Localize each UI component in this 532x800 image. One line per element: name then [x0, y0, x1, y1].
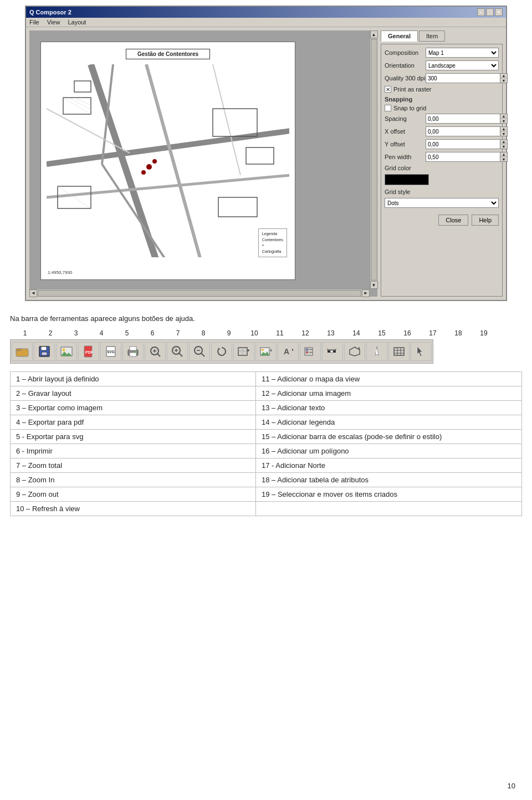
toolbar-icon-6[interactable]: [122, 342, 144, 361]
orientation-select[interactable]: Landscape Portrait: [426, 60, 499, 70]
yoffset-input[interactable]: [426, 139, 500, 149]
toolbar-icon-16[interactable]: [344, 342, 365, 361]
toolbar-icon-2[interactable]: [34, 342, 55, 361]
window-title: Q Composor 2: [29, 9, 71, 16]
toolbar-icon-1[interactable]: [12, 342, 33, 361]
scroll-thumb-h[interactable]: [38, 290, 361, 297]
print-raster-checkbox[interactable]: ✕: [385, 86, 391, 93]
gridstyle-label: Grid style: [385, 188, 423, 195]
composition-select[interactable]: Map 1: [426, 48, 499, 58]
scroll-left-button[interactable]: ◄: [29, 289, 37, 297]
close-button[interactable]: ×: [495, 8, 503, 16]
snap-grid-checkbox[interactable]: [385, 105, 391, 111]
minimize-button[interactable]: –: [477, 8, 485, 16]
penwidth-input[interactable]: [426, 152, 500, 162]
toolbar-icon-5[interactable]: SVG: [100, 342, 121, 361]
toolbar-icon-14[interactable]: [300, 342, 321, 361]
table-row: 1 – Abrir layout já definido11 – Adicion…: [11, 372, 522, 386]
quality-label: Quality 300 dpi: [385, 75, 423, 81]
toolbar-icon-3[interactable]: [56, 342, 77, 361]
toolbar-section: 1 2 3 4 5 6 7 8 9 10 11 12 13 14 15 16 1…: [0, 326, 532, 367]
toolbar-icon-8[interactable]: [167, 342, 188, 361]
scroll-right-button[interactable]: ►: [362, 289, 370, 297]
close-button[interactable]: Close: [438, 215, 468, 226]
toolbar-icon-10[interactable]: [211, 342, 232, 361]
composer-window: Q Composor 2 – □ × File View Layout Gest…: [25, 6, 507, 301]
quality-input[interactable]: [426, 73, 500, 83]
quality-increment[interactable]: ▲: [500, 74, 507, 78]
table-cell-left: 2 – Gravar layout: [11, 386, 256, 401]
xoffset-decrement[interactable]: ▼: [500, 131, 507, 136]
scroll-down-button[interactable]: ▼: [370, 281, 378, 289]
canvas-area: Gestão de Contentores N: [29, 30, 377, 297]
svg-rect-61: [306, 349, 308, 350]
penwidth-increment[interactable]: ▲: [500, 152, 507, 157]
scroll-up-button[interactable]: ▲: [370, 30, 378, 38]
print-raster-row: ✕ Print as raster: [385, 86, 499, 93]
spacing-spinner: ▲ ▼: [426, 114, 508, 124]
menu-view[interactable]: View: [47, 19, 60, 26]
spacing-spinner-buttons: ▲ ▼: [500, 114, 508, 124]
toolbar-icon-17[interactable]: N: [366, 342, 387, 361]
svg-point-28: [63, 349, 65, 351]
toolbar-icon-4[interactable]: PDF: [78, 342, 99, 361]
quality-row: Quality 300 dpi ▲ ▼: [385, 73, 499, 83]
xoffset-label: X offset: [385, 128, 423, 135]
scroll-thumb-v[interactable]: [371, 39, 377, 281]
spacing-decrement[interactable]: ▼: [500, 119, 507, 123]
help-button[interactable]: Help: [472, 215, 499, 226]
table-row: 9 – Zoom out19 – Seleccionar e mover os …: [11, 487, 522, 502]
legend-line3: Cartografia: [262, 249, 283, 255]
svg-point-36: [135, 351, 137, 353]
table-row: 8 – Zoom In18 – Adicionar tabela de atri…: [11, 473, 522, 487]
toolbar-icon-18[interactable]: [388, 342, 410, 361]
xoffset-row: X offset ▲ ▼: [385, 126, 499, 136]
legend-line2: +: [262, 243, 283, 249]
toolbar-numbers-row: 1 2 3 4 5 6 7 8 9 10 11 12 13 14 15 16 1…: [10, 329, 522, 337]
table-cell-left: 8 – Zoom In: [11, 473, 256, 487]
toolbar-icon-7[interactable]: [145, 342, 166, 361]
table-section: 1 – Abrir layout já definido11 – Adicion…: [0, 367, 532, 521]
num-1: 1: [12, 329, 38, 337]
yoffset-increment[interactable]: ▲: [500, 140, 507, 144]
yoffset-decrement[interactable]: ▼: [500, 144, 507, 149]
map-title: Gestão de Contentores: [126, 49, 210, 59]
intro-text: Na barra de ferramentas aparece alguns b…: [0, 307, 532, 326]
xoffset-increment[interactable]: ▲: [500, 127, 507, 131]
table-cell-right: 11 – Adicionar o mapa da view: [256, 372, 522, 386]
svg-rect-23: [16, 349, 21, 351]
gridstyle-row: Grid style: [385, 188, 499, 195]
maximize-button[interactable]: □: [486, 8, 494, 16]
menu-file[interactable]: File: [29, 19, 39, 26]
spacing-row: Spacing ▲ ▼: [385, 114, 499, 124]
xoffset-input[interactable]: [426, 126, 500, 136]
menu-layout[interactable]: Layout: [68, 19, 86, 26]
table-row: 2 – Gravar layout12 – Adicionar uma imag…: [11, 386, 522, 401]
legend-title: Legenda: [262, 231, 283, 237]
table-cell-left: 7 – Zoom total: [11, 458, 256, 473]
tab-item[interactable]: Item: [419, 30, 445, 42]
svg-text:PDF: PDF: [85, 350, 94, 354]
toolbar-icon-12[interactable]: [255, 342, 277, 361]
gridstyle-select[interactable]: Dots Lines Crosses: [385, 198, 499, 208]
toolbar-icon-9[interactable]: [189, 342, 210, 361]
quality-decrement[interactable]: ▼: [500, 78, 507, 83]
gridcolor-swatch[interactable]: [385, 174, 429, 185]
toolbar-icon-15[interactable]: [322, 342, 343, 361]
svg-rect-66: [330, 350, 333, 353]
toolbar-icon-13[interactable]: A: [278, 342, 299, 361]
composition-row: Composition Map 1: [385, 48, 499, 58]
num-7: 7: [165, 329, 191, 337]
penwidth-decrement[interactable]: ▼: [500, 157, 507, 161]
yoffset-spinner: ▲ ▼: [426, 139, 508, 149]
canvas-scrollbar-horizontal[interactable]: ◄ ►: [29, 289, 370, 297]
spacing-input[interactable]: [426, 114, 500, 124]
toolbar-icon-19[interactable]: [411, 342, 432, 361]
svg-rect-65: [328, 350, 330, 353]
toolbar-icon-11[interactable]: [233, 342, 254, 361]
canvas-scrollbar-vertical[interactable]: ▲ ▼: [370, 30, 377, 289]
spacing-increment[interactable]: ▲: [500, 114, 507, 119]
tab-general[interactable]: General: [381, 30, 418, 42]
table-row: 10 – Refresh à view: [11, 502, 522, 516]
svg-text:SVG: SVG: [107, 350, 115, 354]
